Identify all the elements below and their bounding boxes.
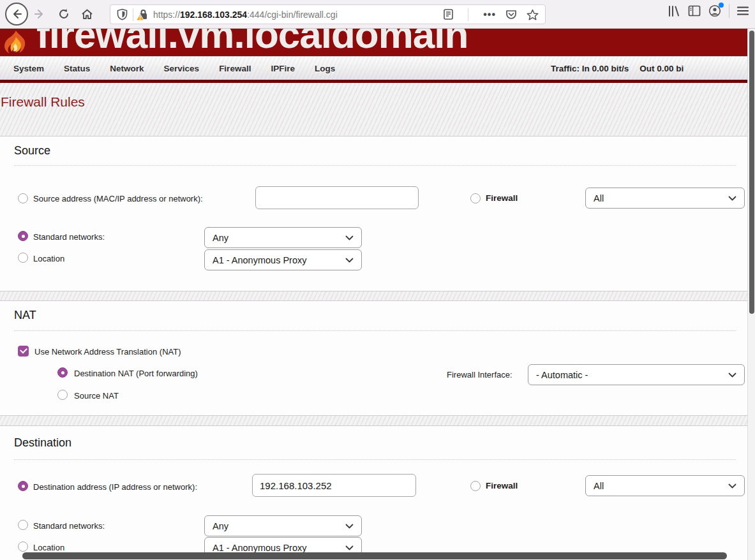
nat-heading: NAT [14, 309, 36, 322]
destination-location-label: Location [33, 543, 64, 552]
destination-firewall-label: Firewall [486, 481, 518, 490]
destination-firewall-select[interactable]: All [585, 475, 745, 496]
source-heading-underline [14, 165, 736, 166]
source-location-label: Location [33, 254, 64, 263]
source-location-radio[interactable] [18, 253, 28, 263]
source-standard-networks-select-value: Any [213, 233, 228, 243]
page-actions-icon[interactable]: ••• [483, 9, 496, 20]
forward-arrow-icon [34, 8, 45, 20]
source-standard-networks-label: Standard networks: [33, 232, 105, 242]
menu-hamburger-icon[interactable] [737, 6, 749, 16]
notification-dot [719, 3, 724, 8]
chevron-down-icon [728, 483, 736, 489]
home-icon [81, 8, 93, 20]
menu-item-status[interactable]: Status [64, 64, 90, 73]
source-firewall-label: Firewall [486, 193, 518, 203]
destination-nat-radio[interactable] [57, 367, 68, 378]
source-firewall-select[interactable]: All [585, 188, 745, 209]
insecure-lock-icon[interactable] [138, 9, 148, 20]
chevron-down-icon [345, 545, 354, 550]
destination-heading: Destination [14, 436, 71, 450]
hostname-title: firewall.vm.localdomain [36, 29, 468, 56]
source-firewall-radio[interactable] [470, 193, 481, 203]
nat-heading-underline [14, 330, 736, 331]
chevron-down-icon [345, 235, 354, 240]
ipfire-header-banner: firewall.vm.localdomain [0, 29, 755, 56]
back-arrow-icon [11, 8, 22, 20]
destination-location-select-value: A1 - Anonymous Proxy [213, 543, 307, 553]
account-button[interactable] [708, 4, 721, 17]
url-path: :444/cgi-bin/firewall.cgi [247, 10, 338, 20]
source-address-input[interactable] [255, 186, 419, 209]
pocket-icon[interactable] [505, 9, 517, 20]
menu-item-ipfire[interactable]: IPFire [271, 64, 295, 73]
destination-standard-networks-label: Standard networks: [33, 521, 105, 531]
firewall-interface-select-value: - Automatic - [536, 370, 588, 380]
toolbar-divider [729, 4, 729, 18]
chevron-down-icon [345, 258, 354, 263]
nat-section: NAT Use Network Address Translation (NAT… [0, 300, 747, 416]
page-content: Firewall Rules Source Source address (MA… [0, 83, 747, 560]
traffic-out-label: Out 0.00 bi [639, 64, 684, 73]
firewall-interface-select[interactable]: - Automatic - [528, 364, 745, 385]
reload-icon [58, 8, 70, 20]
source-section: Source Source address (MAC/IP address or… [0, 136, 747, 291]
chevron-down-icon [728, 196, 736, 201]
url-text[interactable]: https://192.168.103.254:444/cgi-bin/fire… [153, 10, 338, 20]
menu-item-services[interactable]: Services [164, 64, 200, 73]
ipfire-flame-logo-icon [1, 31, 31, 56]
destination-firewall-radio[interactable] [470, 481, 481, 491]
destination-address-label: Destination address (IP address or netwo… [33, 482, 197, 492]
destination-location-radio[interactable] [18, 542, 28, 552]
source-location-select[interactable]: A1 - Anonymous Proxy [204, 249, 362, 270]
main-menu-bar: System Status Network Services Firewall … [0, 56, 755, 80]
home-button[interactable] [77, 4, 97, 24]
chevron-down-icon [728, 372, 736, 378]
menu-item-firewall[interactable]: Firewall [219, 64, 251, 73]
url-bar[interactable]: https://192.168.103.254:444/cgi-bin/fire… [110, 4, 546, 24]
source-location-select-value: A1 - Anonymous Proxy [213, 255, 307, 265]
chevron-down-icon [345, 524, 354, 529]
destination-standard-networks-select[interactable]: Any [204, 515, 362, 536]
destination-standard-networks-select-value: Any [213, 521, 228, 531]
firewall-interface-label: Firewall Interface: [447, 370, 512, 379]
source-firewall-select-value: All [594, 193, 604, 203]
menu-item-system[interactable]: System [13, 64, 44, 73]
source-address-label: Source address (MAC/IP address or networ… [33, 194, 203, 203]
tracking-protection-shield-icon[interactable] [117, 8, 128, 20]
destination-standard-networks-radio[interactable] [18, 520, 28, 530]
vertical-scrollbar[interactable] [747, 29, 755, 560]
source-address-radio[interactable] [18, 193, 28, 203]
menu-item-logs[interactable]: Logs [315, 64, 335, 73]
menu-item-network[interactable]: Network [110, 64, 144, 73]
url-host: 192.168.103.254 [180, 10, 247, 20]
traffic-in-label: Traffic: In 0.00 bit/s [551, 64, 629, 73]
destination-address-radio[interactable] [18, 481, 28, 491]
horizontal-scrollbar-thumb[interactable] [22, 552, 727, 559]
urlbar-divider-2 [468, 8, 468, 21]
forward-button[interactable] [29, 4, 50, 24]
source-nat-label: Source NAT [74, 391, 119, 401]
use-nat-checkbox[interactable] [18, 346, 29, 357]
warning-triangle-icon [136, 13, 144, 21]
url-scheme: https:// [153, 10, 180, 20]
destination-nat-label: Destination NAT (Port forwarding) [74, 369, 198, 378]
urlbar-divider [133, 8, 133, 21]
destination-firewall-select-value: All [594, 481, 604, 491]
source-standard-networks-radio[interactable] [18, 231, 28, 241]
source-standard-networks-select[interactable]: Any [204, 227, 362, 248]
bookmark-star-icon[interactable] [527, 9, 539, 20]
reload-button[interactable] [54, 4, 74, 24]
source-heading: Source [14, 144, 50, 158]
library-icon[interactable] [668, 5, 680, 17]
reader-mode-icon[interactable] [444, 9, 453, 20]
vertical-scrollbar-thumb[interactable] [749, 31, 754, 314]
source-nat-radio[interactable] [57, 390, 68, 400]
browser-toolbar: https://192.168.103.254:444/cgi-bin/fire… [0, 0, 755, 29]
back-button[interactable] [5, 3, 28, 26]
destination-heading-underline [14, 459, 736, 460]
destination-section: Destination Destination address (IP addr… [0, 425, 747, 560]
destination-address-input[interactable] [252, 474, 416, 497]
sidebar-toggle-icon[interactable] [688, 5, 701, 17]
page-title: Firewall Rules [1, 94, 85, 110]
